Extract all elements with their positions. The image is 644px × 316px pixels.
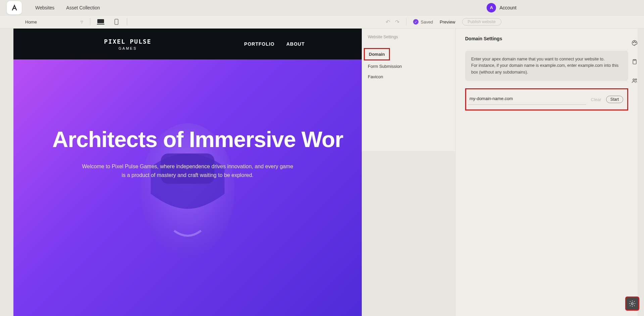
website-settings-sidebar: Website Settings Domain Form Submission … [362, 29, 456, 151]
saved-label: Saved [420, 19, 433, 25]
people-icon[interactable] [630, 76, 639, 85]
divider [90, 18, 90, 26]
site-nav-about[interactable]: ABOUT [286, 41, 305, 47]
divider [406, 18, 406, 26]
website-canvas: PIXEL PULSE GAMES PORTFOLIO ABOUT [13, 29, 362, 316]
svg-point-5 [634, 41, 635, 42]
domain-settings-panel: Domain Settings Enter your apex domain n… [456, 29, 638, 316]
nav-asset-collection[interactable]: Asset Collection [66, 5, 100, 10]
palette-icon[interactable] [630, 39, 639, 47]
page-selector-label: Home [25, 19, 37, 25]
device-desktop-icon[interactable] [97, 19, 104, 25]
hero-title: Architects of Immersive Wor [52, 127, 343, 152]
site-nav-portfolio[interactable]: PORTFOLIO [244, 41, 275, 47]
svg-rect-1 [115, 19, 118, 25]
site-header: PIXEL PULSE GAMES PORTFOLIO ABOUT [13, 29, 362, 59]
svg-rect-0 [97, 19, 104, 23]
svg-point-6 [635, 42, 636, 43]
right-icon-rail [625, 29, 644, 316]
undo-icon[interactable]: ↶ [386, 19, 390, 25]
settings-sidebar-title: Website Settings [368, 35, 455, 39]
device-mobile-icon[interactable] [113, 19, 120, 25]
check-icon [413, 19, 418, 25]
start-button[interactable]: Start [606, 96, 623, 103]
hero-section: Architects of Immersive Wor Welcome to P… [13, 59, 362, 316]
preview-button[interactable]: Preview [440, 19, 455, 25]
svg-point-4 [633, 42, 634, 43]
topbar: Websites Asset Collection A Account [0, 0, 644, 15]
site-logo: PIXEL PULSE GAMES [104, 38, 151, 50]
domain-info-line2: For instance, if your domain name is exa… [471, 62, 622, 76]
domain-info-line1: Enter your apex domain name that you wan… [471, 56, 622, 62]
settings-item-favicon[interactable]: Favicon [368, 72, 455, 82]
avatar[interactable]: A [487, 3, 496, 12]
domain-info-box: Enter your apex domain name that you wan… [465, 51, 628, 81]
editor-toolbar: Home ▽ ↶ ↷ Saved Preview Publish website [0, 15, 644, 29]
svg-point-10 [631, 303, 633, 305]
main-area: PIXEL PULSE GAMES PORTFOLIO ABOUT [0, 29, 644, 316]
site-logo-line2: GAMES [104, 46, 151, 50]
settings-item-domain[interactable]: Domain [364, 48, 390, 60]
domain-input[interactable] [468, 94, 586, 105]
nav-websites[interactable]: Websites [35, 5, 54, 10]
publish-button[interactable]: Publish website [462, 18, 501, 26]
site-logo-line1: PIXEL PULSE [104, 38, 151, 45]
domain-input-row: Clear Start [465, 88, 628, 110]
page-selector[interactable]: Home ▽ [25, 18, 83, 26]
redo-icon[interactable]: ↷ [395, 19, 399, 25]
clipboard-icon[interactable] [630, 57, 639, 66]
hero-subtitle: Welcome to Pixel Pulse Games, where inde… [80, 162, 295, 179]
settings-item-form-submission[interactable]: Form Submission [368, 61, 455, 72]
svg-point-8 [633, 79, 635, 81]
settings-gear-button[interactable] [625, 297, 639, 311]
app-logo[interactable] [7, 1, 22, 14]
divider [127, 18, 127, 26]
clear-button[interactable]: Clear [591, 97, 601, 102]
svg-point-9 [635, 79, 637, 80]
account-link[interactable]: Account [499, 5, 516, 10]
chevron-down-icon: ▽ [81, 20, 83, 24]
site-nav: PORTFOLIO ABOUT [244, 41, 305, 47]
save-status: Saved [413, 19, 433, 25]
domain-panel-title: Domain Settings [465, 36, 628, 41]
